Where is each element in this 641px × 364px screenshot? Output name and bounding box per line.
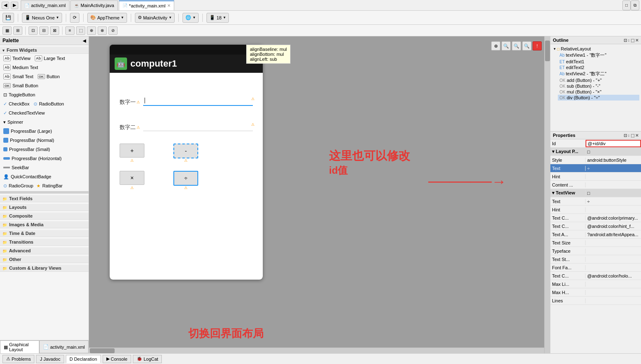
palette-item-progressbar-small[interactable]: ProgressBar (Small) xyxy=(0,145,89,154)
palette-item-progressbar-normal[interactable]: ProgressBar (Normal) xyxy=(0,136,89,145)
props-icon-1[interactable]: ⊡ xyxy=(624,133,627,138)
graphical-layout-tab[interactable]: ▦ Graphical Layout xyxy=(0,340,39,353)
canvas-hscroll[interactable] xyxy=(89,347,544,353)
language-selector[interactable]: 🌐 ▼ xyxy=(182,13,199,23)
outline-item-edittext1[interactable]: ET editText1 xyxy=(558,59,639,65)
hscroll-thumb[interactable] xyxy=(90,348,115,353)
layout-icon-3[interactable]: ⊡ xyxy=(29,26,38,35)
canvas-vscroll[interactable] xyxy=(544,36,550,353)
layout-icon-4[interactable]: ⊟ xyxy=(39,26,48,35)
canvas-area[interactable]: ⊕ 🔍 🔍 🔍 ! ▼ 🔋 🤖 computer1 xyxy=(89,36,550,353)
outline-icon-2[interactable]: ↕ xyxy=(628,38,630,43)
props-icon-4[interactable]: ✕ xyxy=(635,133,639,138)
layout-icon-6[interactable]: ≡ xyxy=(65,26,74,35)
palette-item-textview[interactable]: Ab TextView Ab Large Text xyxy=(0,54,89,63)
prop-value-textc3[interactable]: @android:color/holo... xyxy=(586,273,641,278)
layout-icon-5[interactable]: ⊠ xyxy=(50,26,59,35)
nav-back-btn[interactable]: ◀ xyxy=(2,2,9,9)
palette-item-mediumtext[interactable]: Ab Medium Text xyxy=(0,63,89,72)
outline-item-btn-sub[interactable]: OK sub (Button) - "-" xyxy=(558,83,639,89)
layout-icon-2[interactable]: ⊞ xyxy=(13,26,22,35)
layout-icon-1[interactable]: ▦ xyxy=(2,26,12,35)
palette-section-images[interactable]: 📁 Images & Media xyxy=(0,221,89,228)
nav-forward-btn[interactable]: ▶ xyxy=(11,2,18,9)
xml-tab[interactable]: 📄 activity_main.xml xyxy=(39,340,89,353)
tab-mainactivity-java[interactable]: ☕ MainActivity.java xyxy=(70,0,118,10)
palette-section-layouts[interactable]: 📁 Layouts xyxy=(0,204,89,211)
props-icon-2[interactable]: ↕ xyxy=(628,133,630,138)
button-div[interactable]: ÷ xyxy=(173,171,198,186)
outline-icon-4[interactable]: ✕ xyxy=(635,38,639,43)
bottom-tab-logcat[interactable]: 🐞 LogCat xyxy=(133,355,162,363)
prop-value-id[interactable]: @+id/div xyxy=(586,140,641,147)
outline-item-edittext2[interactable]: ET editText2 xyxy=(558,65,639,70)
prop-value-texta[interactable]: ?android:attr/textAppea... xyxy=(586,232,641,237)
palette-section-other[interactable]: 📁 Other xyxy=(0,256,89,263)
layout-icon-8[interactable]: ⊕ xyxy=(87,26,96,35)
outline-item-btn-mul[interactable]: OK mul (Button) - "×" xyxy=(558,89,639,95)
layout-icon-9[interactable]: ⊗ xyxy=(98,26,107,35)
zoom-in-btn[interactable]: 🔍 xyxy=(502,41,511,50)
vscroll-thumb[interactable] xyxy=(545,41,550,61)
palette-item-checkbox[interactable]: ✓ CheckBox ⊙ RadioButton xyxy=(0,99,89,108)
field-input-container-1[interactable]: | ⚠ xyxy=(143,97,253,106)
palette-item-quickcontactbadge[interactable]: 👤 QuickContactBadge xyxy=(0,172,89,181)
palette-section-time[interactable]: 📁 Time & Date xyxy=(0,230,89,237)
theme-selector[interactable]: 🎨 AppTheme ▼ xyxy=(87,13,127,23)
outline-item-textview2[interactable]: Ab textView2 - "数字二" xyxy=(558,70,639,77)
bottom-tab-declaration[interactable]: D Declaration xyxy=(66,355,101,363)
palette-item-progressbar-large[interactable]: ProgressBar (Large) xyxy=(0,127,89,136)
outline-item-textview1[interactable]: Ab textView1 - "数字一" xyxy=(558,52,639,59)
palette-scroll[interactable]: ▾ Form Widgets Ab TextView Ab Large Text… xyxy=(0,45,89,340)
activity-selector[interactable]: ⚙ MainActivity ▼ xyxy=(135,13,175,23)
zoom-fit-btn[interactable]: ⊕ xyxy=(491,41,500,50)
palette-section-text-fields[interactable]: 📁 Text Fields xyxy=(0,195,89,202)
palette-item-smalltext[interactable]: Ab Small Text OK Button xyxy=(0,72,89,81)
palette-section-advanced[interactable]: 📁 Advanced xyxy=(0,247,89,254)
button-add[interactable]: + xyxy=(120,144,144,158)
prop-value-textc1[interactable]: @android:color/primary... xyxy=(586,216,641,220)
props-icon-3[interactable]: ⬚ xyxy=(631,133,634,138)
prop-value-textc2[interactable]: @android:color/hint_f... xyxy=(586,224,641,229)
palette-item-togglebutton[interactable]: ⊡ ToggleButton xyxy=(0,90,89,99)
tab-close-icon[interactable]: ✕ xyxy=(167,3,170,8)
palette-section-composite[interactable]: 📁 Composite xyxy=(0,213,89,220)
palette-section-transitions[interactable]: 📁 Transitions xyxy=(0,239,89,246)
outline-item-relativelayout[interactable]: ▾ □ RelativeLayout xyxy=(552,46,639,52)
layout-icon-10[interactable]: ⊘ xyxy=(108,26,118,35)
zoom-reset-btn[interactable]: 🔍 xyxy=(522,41,531,50)
palette-section-form-widgets[interactable]: ▾ Form Widgets xyxy=(0,47,89,54)
tab-activity-main-xml-1[interactable]: 📄 activity_main.xml xyxy=(21,0,70,10)
bottom-tab-javadoc[interactable]: J Javadoc xyxy=(36,355,64,363)
palette-item-seekbar[interactable]: SeekBar xyxy=(0,163,89,172)
api-selector[interactable]: 📱 18 ▼ xyxy=(206,13,229,23)
zoom-out-btn[interactable]: 🔍 xyxy=(512,41,521,50)
restore-btn[interactable]: ⧉ xyxy=(631,0,639,10)
palette-collapse-btn[interactable]: ◀ xyxy=(83,38,86,43)
prop-value-style[interactable]: android:buttonStyle xyxy=(586,158,641,163)
tab-activity-main-xml-2[interactable]: 📄 *activity_main.xml ✕ xyxy=(119,0,174,10)
device-selector[interactable]: 📱 Nexus One ▼ xyxy=(22,13,62,23)
bottom-tab-problems[interactable]: ⚠ Problems xyxy=(2,355,34,363)
outline-icon-1[interactable]: ⊡ xyxy=(624,38,627,43)
palette-item-checkedtextview[interactable]: ✓ CheckedTextView xyxy=(0,108,89,117)
outline-item-btn-add[interactable]: OK add (Button) - "+" xyxy=(558,77,639,83)
rotate-btn[interactable]: ⟳ xyxy=(70,13,79,23)
bottom-tab-console[interactable]: ▶ Console xyxy=(103,355,131,363)
outline-item-btn-div[interactable]: OK div (Button) - "÷" xyxy=(558,95,639,101)
palette-item-spinner[interactable]: ▾ Spinner xyxy=(0,117,89,127)
prop-value-textval[interactable]: ÷ xyxy=(586,199,641,204)
prop-value-text[interactable]: ÷ xyxy=(586,166,641,171)
outline-icon-3[interactable]: ⬚ xyxy=(631,38,634,43)
palette-item-smallbutton[interactable]: OK Small Button xyxy=(0,81,89,90)
palette-item-progressbar-horizontal[interactable]: ProgressBar (Horizontal) xyxy=(0,154,89,163)
zoom-red-btn[interactable]: ! xyxy=(533,41,542,50)
layout-icon-7[interactable]: ⬚ xyxy=(76,26,85,35)
button-mul[interactable]: × xyxy=(120,171,144,185)
field-input-container-2[interactable]: ⚠ xyxy=(143,122,253,131)
button-sub[interactable]: - xyxy=(173,144,198,158)
save-btn[interactable]: 💾 xyxy=(2,13,14,23)
palette-section-custom[interactable]: 📁 Custom & Library Views xyxy=(0,265,89,272)
palette-item-radiogroup[interactable]: ⊙ RadioGroup ★ RatingBar xyxy=(0,181,89,190)
maximize-btn[interactable]: □ xyxy=(622,0,631,10)
